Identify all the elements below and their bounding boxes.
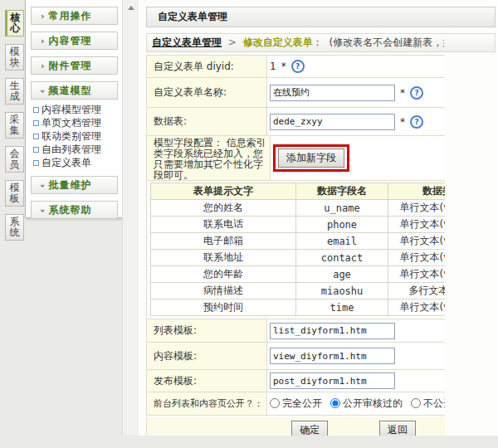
visibility-option-2[interactable]: 不公开 (411, 397, 445, 411)
chevron-down-icon: › (34, 90, 51, 94)
ok-button[interactable]: 确定 (291, 421, 328, 436)
radio-button[interactable] (330, 398, 340, 408)
cell-field-name: phone (296, 217, 388, 233)
sidebar-section-3[interactable]: ›频道模型 (31, 81, 118, 100)
table-row: 联系地址contact单行文本(varchar) (151, 250, 446, 266)
table-row: 病情描述miaoshu多行文本(text) (151, 283, 446, 299)
help-icon[interactable]: ? (291, 60, 305, 73)
sidebar-section-1[interactable]: ›内容管理 (31, 32, 118, 50)
content-template-cell (267, 343, 445, 369)
sidebar-item-label: 内容模型管理 (42, 104, 101, 115)
sidebar-section-label: 常用操作 (49, 10, 92, 22)
diyid-label: 自定义表单 diyid: (147, 56, 267, 77)
sidebar-item[interactable]: 联动类别管理 (26, 129, 122, 143)
required-mark: * (400, 87, 405, 99)
breadcrumb-link[interactable]: 自定义表单管理 (152, 37, 222, 48)
form-row-table: 数据表: * ? (146, 108, 445, 136)
table-row: 您的姓名u_name单行文本(varchar) (151, 200, 446, 217)
cell-prompt: 电子邮箱 (151, 233, 296, 250)
help-icon[interactable]: ? (410, 86, 423, 100)
cell-data-type: 单行文本(varchar) (388, 200, 446, 217)
col-header-field: 数据字段名 (296, 183, 388, 200)
back-button[interactable]: 返回 (379, 421, 416, 436)
sidebar-item[interactable]: 自由列表管理 (26, 143, 122, 156)
chevron-right-icon: › (41, 33, 45, 50)
page-title: 自定义表单管理 (146, 7, 496, 27)
breadcrumb: 自定义表单管理 > 修改自定义表单： (修改表名不会创建新表，如果您不懂手工 (146, 33, 496, 52)
list-template-input[interactable] (270, 323, 395, 339)
cell-data-type: 单行文本(varchar) (388, 233, 446, 250)
list-template-label: 列表模板: (147, 319, 267, 342)
radio-label: 公开审核过的 (343, 397, 403, 409)
help-icon[interactable]: ? (410, 115, 423, 129)
content-template-label: 内容模板: (147, 343, 267, 369)
post-template-input[interactable] (270, 373, 395, 389)
sidebar-section-4[interactable]: ›批量维护 (31, 176, 118, 194)
required-mark: * (400, 116, 405, 128)
form-name-cell: * ? (267, 78, 445, 107)
breadcrumb-current: 修改自定义表单： (243, 37, 323, 48)
sidebar-section-label: 内容管理 (49, 35, 92, 46)
sidebar-scrollbar[interactable] (122, 0, 139, 435)
diyid-value-cell: 1 * ? (267, 56, 445, 77)
radio-button[interactable] (270, 398, 280, 408)
fields-config-label: 模型字段配置： 信息索引类字段系统已经加入，您只需要增加其它个性化字段即可。 (147, 136, 271, 180)
bullet-icon (33, 107, 39, 113)
left-tab-5[interactable]: 模板 (5, 180, 24, 207)
post-template-cell (267, 370, 445, 392)
sidebar-section-0[interactable]: ›常用操作 (31, 7, 118, 25)
table-row: 您的年龄age单行文本(varchar) (151, 266, 446, 283)
data-table-label: 数据表: (147, 108, 267, 135)
breadcrumb-inner: 自定义表单管理 > 修改自定义表单： (修改表名不会创建新表，如果您不懂手工 (147, 34, 444, 51)
bullet-icon (33, 147, 39, 153)
cell-data-type: 多行文本(text) (388, 283, 446, 299)
table-row: 联系电话phone单行文本(varchar) (151, 217, 446, 233)
fields-table-header-row: 表单提示文字 数据字段名 数据类型 (151, 183, 446, 200)
cell-data-type: 单行文本(varchar) (388, 266, 446, 283)
required-mark: * (281, 61, 286, 72)
chevron-right-icon: › (41, 8, 45, 25)
table-row: 电子邮箱email单行文本(varchar) (151, 233, 446, 250)
sidebar-item[interactable]: 自定义表单 (26, 156, 122, 169)
sidebar-section-5[interactable]: ›系统帮助 (31, 201, 118, 219)
sidebar-section-label: 频道模型 (49, 85, 92, 96)
form-name-label: 自定义表单名称: (147, 78, 267, 107)
post-template-label: 发布模板: (147, 370, 267, 392)
content-template-input[interactable] (270, 348, 395, 364)
left-tab-2[interactable]: 生成 (5, 78, 24, 105)
visibility-option-1[interactable]: 公开审核过的 (330, 397, 403, 411)
radio-button[interactable] (411, 398, 421, 408)
cell-data-type: 单行文本(varchar) (388, 217, 446, 233)
cell-prompt: 病情描述 (151, 283, 296, 299)
form-row-post-template: 发布模板: (146, 370, 445, 392)
cell-field-name: email (296, 233, 388, 250)
sidebar-item-label: 单页文档管理 (42, 117, 101, 129)
sidebar-menu: ›常用操作›内容管理›附件管理›频道模型内容模型管理单页文档管理联动类别管理自由… (25, 0, 123, 218)
form-row-visibility: 前台列表和内容页公开？： 完全公开公开审核过的不公开 (146, 392, 445, 416)
sidebar-item[interactable]: 内容模型管理 (26, 103, 122, 116)
form-row-list-template: 列表模板: (146, 319, 445, 343)
left-tab-0[interactable]: 核心 (5, 10, 24, 37)
cell-prompt: 您的年龄 (151, 266, 296, 283)
col-header-prompt: 表单提示文字 (151, 183, 296, 200)
cell-field-name: contact (296, 250, 388, 266)
scroll-up-arrow-icon[interactable] (128, 6, 134, 10)
breadcrumb-note: (修改表名不会创建新表，如果您不懂手工 (330, 37, 444, 48)
form-name-input[interactable] (270, 85, 395, 101)
sidebar-items: 内容模型管理单页文档管理联动类别管理自由列表管理自定义表单 (26, 103, 122, 169)
bullet-icon (33, 120, 39, 126)
data-table-input[interactable] (270, 114, 395, 130)
sidebar-item[interactable]: 单页文档管理 (26, 116, 122, 129)
left-tab-3[interactable]: 采集 (5, 112, 24, 139)
left-tab-4[interactable]: 会员 (5, 146, 24, 173)
visibility-option-0[interactable]: 完全公开 (270, 397, 322, 411)
main-content: 自定义表单管理 自定义表单管理 > 修改自定义表单： (修改表名不会创建新表，如… (139, 0, 498, 436)
sidebar-section-2[interactable]: ›附件管理 (31, 56, 118, 75)
visibility-label: 前台列表和内容页公开？： (147, 392, 267, 415)
cell-field-name: miaoshu (296, 283, 388, 299)
add-field-button[interactable]: 添加新字段 (278, 149, 344, 168)
form-row-name: 自定义表单名称: * ? (146, 78, 445, 108)
left-tab-1[interactable]: 模块 (5, 44, 24, 71)
form-actions-row: 确定 返回 (146, 417, 445, 436)
left-tab-6[interactable]: 系统 (5, 214, 24, 241)
